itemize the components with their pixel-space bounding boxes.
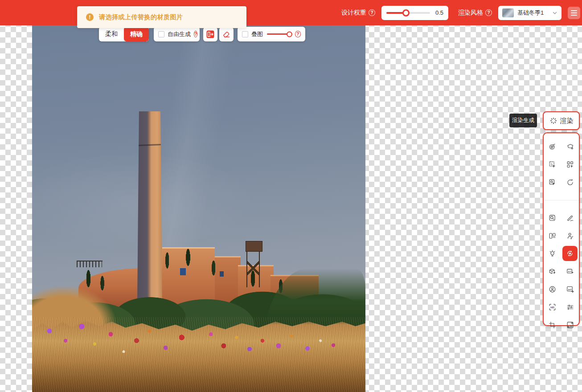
tool-layout[interactable]	[545, 228, 560, 243]
pencil-icon	[566, 214, 574, 222]
photo-tower	[137, 111, 162, 304]
ai-text: AI	[570, 325, 572, 327]
render-style-label-group: 渲染风格	[458, 9, 492, 17]
tool-pencil-edit[interactable]	[562, 210, 578, 225]
overlay-slider-handle[interactable]	[287, 31, 292, 37]
design-weight-value: 0.5	[434, 9, 443, 16]
refresh-icon	[566, 178, 574, 187]
swap-material-button[interactable]	[203, 27, 217, 41]
hd-icon: HD	[548, 303, 557, 311]
material-box-icon	[548, 267, 557, 276]
mode-precise-button[interactable]: 精确	[124, 27, 149, 41]
mode-soft-button[interactable]: 柔和	[99, 27, 124, 41]
render-tooltip: 渲染生成	[509, 114, 537, 127]
tool-zoom-region[interactable]	[545, 210, 560, 225]
tool-refresh[interactable]	[562, 175, 578, 190]
tool-lasso-select[interactable]	[562, 139, 578, 154]
tool-marquee-select[interactable]	[545, 157, 560, 172]
crop-icon	[548, 321, 557, 329]
free-generate-label: 自由生成	[168, 30, 191, 38]
sparkle-icon	[549, 117, 557, 125]
canvas-photo[interactable]	[32, 25, 365, 392]
tool-panel: HD AI	[543, 132, 580, 326]
tool-image-style[interactable]	[562, 264, 578, 279]
tool-smart-brush[interactable]	[545, 139, 560, 154]
toast-message: 请选择或上传替换的材质图片	[99, 13, 183, 21]
mode-segmented-control: 柔和 精确	[99, 27, 149, 41]
ai-expand-icon: AI	[566, 321, 574, 329]
question-icon[interactable]	[369, 9, 375, 16]
smart-brush-icon	[548, 143, 557, 151]
swap-arrows-icon	[206, 30, 215, 39]
overlay-slider[interactable]	[267, 33, 289, 35]
tool-image-add[interactable]	[562, 282, 578, 297]
style-thumbnail	[502, 8, 514, 17]
question-icon[interactable]	[295, 31, 301, 37]
tool-adjust[interactable]	[562, 299, 578, 314]
tool-crop[interactable]	[545, 317, 560, 332]
overlay-label: 叠图	[251, 30, 263, 38]
image-add-icon	[566, 285, 574, 294]
tool-ai-expand[interactable]: AI	[562, 317, 578, 332]
free-generate-box: 自由生成	[154, 27, 200, 41]
tool-person-edit[interactable]	[562, 228, 578, 243]
question-icon[interactable]	[194, 31, 197, 37]
tool-blocks-select[interactable]	[562, 157, 578, 172]
tool-material-box[interactable]	[545, 264, 560, 279]
lightbulb-icon	[548, 249, 557, 258]
hamburger-menu-button[interactable]	[568, 7, 580, 19]
portrait-icon	[548, 285, 557, 294]
tool-material-replace[interactable]	[562, 246, 578, 261]
blocks-select-icon	[566, 160, 574, 169]
person-edit-icon	[566, 232, 574, 240]
tool-click-select[interactable]	[545, 175, 560, 190]
warning-icon	[86, 13, 94, 21]
panel-divider	[544, 200, 579, 200]
design-weight-label-group: 设计权重	[341, 9, 375, 17]
question-icon[interactable]	[485, 9, 492, 16]
eraser-button[interactable]	[219, 27, 234, 41]
layout-icon	[548, 232, 557, 240]
warning-toast: 请选择或上传替换的材质图片	[77, 6, 246, 28]
render-button[interactable]: 渲染	[543, 111, 580, 130]
overlay-checkbox[interactable]	[242, 31, 248, 37]
material-replace-icon	[566, 249, 574, 258]
eraser-icon	[222, 30, 231, 39]
tool-hd-enhance[interactable]: HD	[545, 299, 560, 314]
adjust-sliders-icon	[566, 303, 574, 311]
free-generate-checkbox[interactable]	[158, 31, 164, 37]
photo-wildflowers	[37, 305, 359, 370]
design-weight-slider-box: 0.5	[381, 6, 448, 20]
design-weight-slider[interactable]	[386, 12, 430, 14]
image-style-icon	[566, 267, 574, 276]
marquee-select-icon	[548, 160, 557, 169]
design-weight-label: 设计权重	[341, 9, 366, 17]
render-style-selected: 基础冬季1	[517, 9, 549, 17]
render-style-dropdown[interactable]: 基础冬季1	[498, 6, 562, 20]
tool-portrait[interactable]	[545, 282, 560, 297]
overlay-box: 叠图	[238, 27, 305, 41]
click-select-icon	[548, 178, 557, 187]
chevron-down-icon	[552, 10, 557, 16]
lasso-select-icon	[566, 143, 574, 151]
tool-idea-bulb[interactable]	[545, 246, 560, 261]
zoom-region-icon	[548, 214, 557, 222]
hd-text: HD	[550, 306, 554, 308]
render-style-label: 渲染风格	[458, 9, 483, 17]
slider-handle[interactable]	[402, 9, 410, 16]
render-button-label: 渲染	[560, 117, 574, 125]
